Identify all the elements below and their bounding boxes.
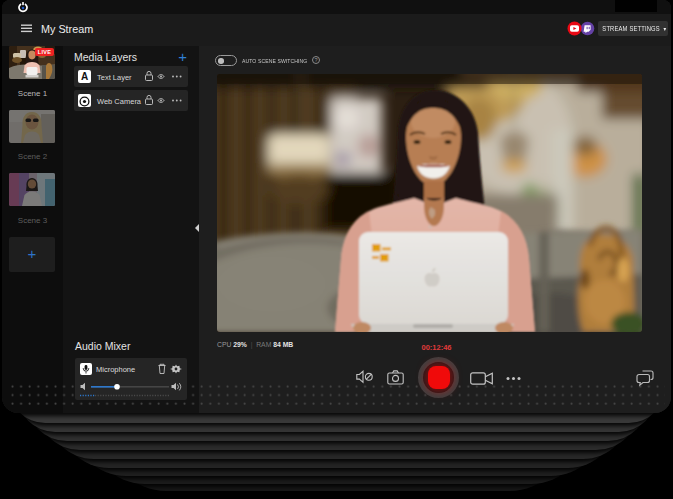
svg-text:Microphone: Microphone [96, 365, 135, 374]
